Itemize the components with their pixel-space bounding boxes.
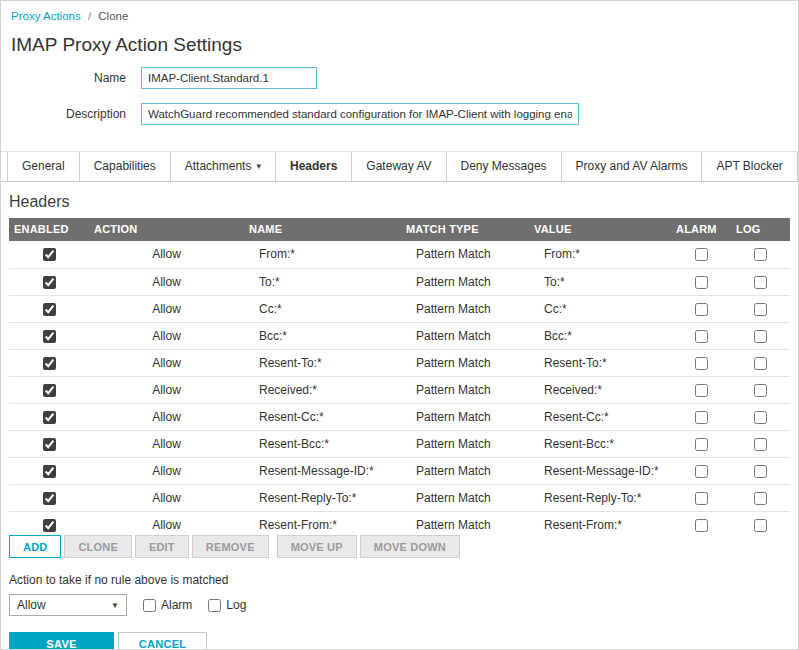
alarm-checkbox[interactable] (695, 276, 708, 289)
log-checkbox[interactable] (754, 411, 767, 424)
table-row[interactable]: AllowResent-From:*Pattern MatchResent-Fr… (9, 511, 790, 532)
alarm-checkbox[interactable] (695, 248, 708, 261)
table-row[interactable]: AllowCc:*Pattern MatchCc:* (9, 295, 790, 322)
remove-button[interactable]: REMOVE (192, 535, 269, 558)
table-row[interactable]: AllowReceived:*Pattern MatchReceived:* (9, 376, 790, 403)
enabled-checkbox[interactable] (43, 438, 56, 451)
table-row[interactable]: AllowResent-Cc:*Pattern MatchResent-Cc:* (9, 403, 790, 430)
tab-deny-messages[interactable]: Deny Messages (447, 152, 562, 181)
tab-label: Capabilities (94, 159, 156, 173)
enabled-checkbox[interactable] (43, 384, 56, 397)
enabled-cell (9, 295, 89, 322)
match-type-cell: Pattern Match (401, 376, 529, 403)
enabled-checkbox[interactable] (43, 276, 56, 289)
enabled-checkbox[interactable] (43, 248, 56, 261)
alarm-checkbox[interactable] (695, 519, 708, 532)
name-cell: Resent-To:* (244, 349, 401, 376)
value-cell: Bcc:* (529, 322, 671, 349)
tab-label: Deny Messages (461, 159, 547, 173)
value-cell: Resent-Bcc:* (529, 430, 671, 457)
alarm-checkbox[interactable] (695, 492, 708, 505)
tab-general[interactable]: General (7, 152, 80, 181)
move-down-button[interactable]: MOVE DOWN (360, 535, 460, 558)
value-cell: Resent-To:* (529, 349, 671, 376)
log-checkbox[interactable] (754, 519, 767, 532)
column-header-value: VALUE (529, 218, 671, 241)
tab-gateway-av[interactable]: Gateway AV (352, 152, 446, 181)
log-checkbox[interactable] (754, 276, 767, 289)
log-checkbox[interactable] (754, 438, 767, 451)
breadcrumb-link-proxy-actions[interactable]: Proxy Actions (11, 10, 81, 22)
default-alarm-option: Alarm (143, 598, 192, 612)
edit-button[interactable]: EDIT (135, 535, 189, 558)
alarm-cell (671, 403, 731, 430)
log-checkbox[interactable] (754, 384, 767, 397)
enabled-checkbox[interactable] (43, 303, 56, 316)
table-row[interactable]: AllowFrom:*Pattern MatchFrom:* (9, 241, 790, 268)
tab-label: Proxy and AV Alarms (576, 159, 688, 173)
clone-button[interactable]: CLONE (64, 535, 132, 558)
action-cell: Allow (89, 484, 244, 511)
alarm-checkbox[interactable] (695, 357, 708, 370)
tab-capabilities[interactable]: Capabilities (80, 152, 171, 181)
default-alarm-label: Alarm (161, 598, 192, 612)
action-cell: Allow (89, 268, 244, 295)
table-row[interactable]: AllowResent-To:*Pattern MatchResent-To:* (9, 349, 790, 376)
alarm-checkbox[interactable] (695, 465, 708, 478)
table-row[interactable]: AllowResent-Message-ID:*Pattern MatchRes… (9, 457, 790, 484)
action-cell: Allow (89, 457, 244, 484)
enabled-checkbox[interactable] (43, 492, 56, 505)
log-checkbox[interactable] (754, 303, 767, 316)
log-cell (731, 295, 790, 322)
tab-label: APT Blocker (716, 159, 782, 173)
enabled-checkbox[interactable] (43, 465, 56, 478)
chevron-down-icon: ▾ (256, 161, 261, 171)
log-cell (731, 484, 790, 511)
table-row[interactable]: AllowBcc:*Pattern MatchBcc:* (9, 322, 790, 349)
table-row[interactable]: AllowResent-Reply-To:*Pattern MatchResen… (9, 484, 790, 511)
column-header-match-type: MATCH TYPE (401, 218, 529, 241)
table-row[interactable]: AllowResent-Bcc:*Pattern MatchResent-Bcc… (9, 430, 790, 457)
table-row[interactable]: AllowTo:*Pattern MatchTo:* (9, 268, 790, 295)
tab-proxy-and-av-alarms[interactable]: Proxy and AV Alarms (562, 152, 703, 181)
default-alarm-checkbox[interactable] (143, 599, 156, 612)
enabled-checkbox[interactable] (43, 330, 56, 343)
tab-apt-blocker[interactable]: APT Blocker (702, 152, 797, 181)
default-action-select[interactable]: Allow ▼ (9, 594, 127, 616)
log-cell (731, 403, 790, 430)
tab-headers[interactable]: Headers (276, 152, 352, 181)
cancel-button[interactable]: CANCEL (118, 632, 207, 650)
log-checkbox[interactable] (754, 357, 767, 370)
enabled-checkbox[interactable] (43, 357, 56, 370)
alarm-checkbox[interactable] (695, 303, 708, 316)
log-checkbox[interactable] (754, 330, 767, 343)
log-cell (731, 430, 790, 457)
value-cell: Resent-Message-ID:* (529, 457, 671, 484)
log-checkbox[interactable] (754, 465, 767, 478)
enabled-checkbox[interactable] (43, 411, 56, 424)
alarm-checkbox[interactable] (695, 330, 708, 343)
description-input[interactable] (141, 103, 579, 125)
name-input[interactable] (141, 67, 317, 89)
default-log-checkbox[interactable] (208, 599, 221, 612)
tab-label: Gateway AV (366, 159, 431, 173)
alarm-checkbox[interactable] (695, 411, 708, 424)
enabled-checkbox[interactable] (43, 519, 56, 532)
action-cell: Allow (89, 430, 244, 457)
no-rule-row: Allow ▼ Alarm Log (9, 594, 790, 616)
alarm-cell (671, 241, 731, 268)
match-type-cell: Pattern Match (401, 241, 529, 268)
alarm-checkbox[interactable] (695, 438, 708, 451)
action-cell: Allow (89, 322, 244, 349)
move-up-button[interactable]: MOVE UP (277, 535, 357, 558)
breadcrumb-separator: / (88, 10, 91, 22)
save-button[interactable]: SAVE (9, 632, 114, 650)
alarm-cell (671, 430, 731, 457)
log-checkbox[interactable] (754, 248, 767, 261)
add-button[interactable]: ADD (9, 535, 61, 558)
tab-attachments[interactable]: Attachments▾ (171, 152, 276, 181)
alarm-checkbox[interactable] (695, 384, 708, 397)
breadcrumb: Proxy Actions / Clone (1, 1, 798, 22)
action-cell: Allow (89, 403, 244, 430)
log-checkbox[interactable] (754, 492, 767, 505)
